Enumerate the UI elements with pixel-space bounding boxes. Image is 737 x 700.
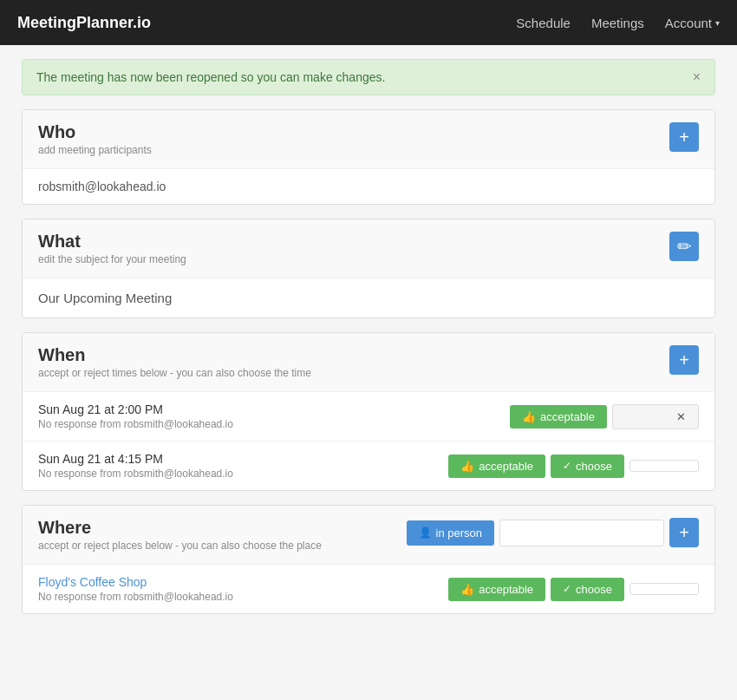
who-subtitle: add meeting participants <box>38 144 152 156</box>
time-row-1: Sun Aug 21 at 2:00 PM No response from r… <box>23 392 714 442</box>
reject-button-1[interactable]: ✕ <box>612 404 699 429</box>
add-time-button[interactable]: + <box>669 345 699 375</box>
alert-banner: The meeting has now been reopened so you… <box>22 59 715 95</box>
subject-text: Our Upcoming Meeting <box>38 291 172 305</box>
where-subtitle: accept or reject places below - you can … <box>38 540 322 552</box>
when-section: When accept or reject times below - you … <box>22 332 715 491</box>
place-info-1: Floyd's Coffee Shop No response from rob… <box>38 575 233 603</box>
in-person-label: in person <box>436 527 482 540</box>
where-header-actions: 👤 in person + <box>407 518 699 547</box>
nav-links: Schedule Meetings Account ▾ <box>516 16 720 30</box>
who-title-group: Who add meeting participants <box>38 122 152 156</box>
nav-meetings[interactable]: Meetings <box>591 16 644 30</box>
place-choose-button-1[interactable]: ✓ choose <box>551 578 624 601</box>
participant-item: robsmith@lookahead.io <box>23 169 714 204</box>
where-section: Where accept or reject places below - yo… <box>22 505 715 614</box>
edit-subject-button[interactable]: ✏ <box>669 232 699 261</box>
in-person-button[interactable]: 👤 in person <box>407 520 494 546</box>
choose-outline-button-2[interactable] <box>629 460 699 472</box>
place-choose-label-1: choose <box>576 583 612 596</box>
what-title-group: What edit the subject for your meeting <box>38 232 186 265</box>
acceptable-button-1[interactable]: 👍 acceptable <box>510 405 607 429</box>
what-header: What edit the subject for your meeting ✏ <box>23 219 714 278</box>
time-label-1: Sun Aug 21 at 2:00 PM <box>38 402 233 416</box>
what-title: What <box>38 232 186 252</box>
check-icon-place: ✓ <box>563 583 571 595</box>
when-header: When accept or reject times below - you … <box>23 333 714 392</box>
app-brand: MeetingPlanner.io <box>17 14 516 32</box>
alert-message: The meeting has now been reopened so you… <box>36 70 385 84</box>
what-section: What edit the subject for your meeting ✏… <box>22 219 715 318</box>
thumbs-up-icon-2: 👍 <box>460 460 474 473</box>
check-icon-2: ✓ <box>563 460 571 472</box>
person-icon: 👤 <box>419 527 432 539</box>
when-title-group: When accept or reject times below - you … <box>38 345 311 379</box>
participant-email: robsmith@lookahead.io <box>38 180 166 193</box>
subject-value: Our Upcoming Meeting <box>23 278 714 317</box>
when-subtitle: accept or reject times below - you can a… <box>38 367 311 379</box>
who-section: Who add meeting participants + robsmith@… <box>22 109 715 205</box>
x-icon: ✕ <box>676 410 686 423</box>
choose-time-button-2[interactable]: ✓ choose <box>551 455 624 478</box>
acceptable-button-2[interactable]: 👍 acceptable <box>448 455 545 478</box>
place-sub-1: No response from robsmith@lookahead.io <box>38 591 233 603</box>
acceptable-label-2: acceptable <box>479 460 533 473</box>
place-acceptable-label-1: acceptable <box>479 583 533 596</box>
place-acceptable-button-1[interactable]: 👍 acceptable <box>448 578 545 601</box>
time-row-2: Sun Aug 21 at 4:15 PM No response from r… <box>23 442 714 490</box>
time-sub-2: No response from robsmith@lookahead.io <box>38 468 233 480</box>
place-name-1[interactable]: Floyd's Coffee Shop <box>38 575 147 589</box>
pencil-icon: ✏ <box>677 236 692 257</box>
time-info-1: Sun Aug 21 at 2:00 PM No response from r… <box>38 402 233 430</box>
place-choose-outline-1[interactable] <box>629 583 699 595</box>
alert-close-button[interactable]: × <box>693 70 701 84</box>
time-info-2: Sun Aug 21 at 4:15 PM No response from r… <box>38 452 233 480</box>
when-title: When <box>38 345 311 365</box>
chevron-down-icon: ▾ <box>715 18 720 28</box>
place-actions-1: 👍 acceptable ✓ choose <box>448 578 699 601</box>
where-title-group: Where accept or reject places below - yo… <box>38 518 322 552</box>
navbar: MeetingPlanner.io Schedule Meetings Acco… <box>0 0 737 45</box>
where-header: Where accept or reject places below - yo… <box>23 506 714 565</box>
time-actions-2: 👍 acceptable ✓ choose <box>448 455 699 478</box>
nav-account[interactable]: Account ▾ <box>665 16 720 30</box>
nav-schedule[interactable]: Schedule <box>516 16 571 30</box>
nav-account-label: Account <box>665 16 712 30</box>
acceptable-label-1: acceptable <box>540 410 595 423</box>
who-header: Who add meeting participants + <box>23 110 714 169</box>
time-sub-1: No response from robsmith@lookahead.io <box>38 418 233 430</box>
add-place-button[interactable]: + <box>669 518 699 547</box>
add-participant-button[interactable]: + <box>669 122 699 152</box>
time-actions-1: 👍 acceptable ✕ <box>510 404 699 429</box>
where-title: Where <box>38 518 322 538</box>
thumbs-up-icon: 👍 <box>522 410 536 423</box>
choose-label-2: choose <box>576 460 612 473</box>
where-input[interactable] <box>499 520 664 546</box>
place-row-1: Floyd's Coffee Shop No response from rob… <box>23 565 714 613</box>
main-content: The meeting has now been reopened so you… <box>22 59 715 663</box>
who-title: Who <box>38 122 152 142</box>
time-label-2: Sun Aug 21 at 4:15 PM <box>38 452 233 466</box>
thumbs-up-icon-place: 👍 <box>460 583 474 596</box>
what-subtitle: edit the subject for your meeting <box>38 253 186 265</box>
